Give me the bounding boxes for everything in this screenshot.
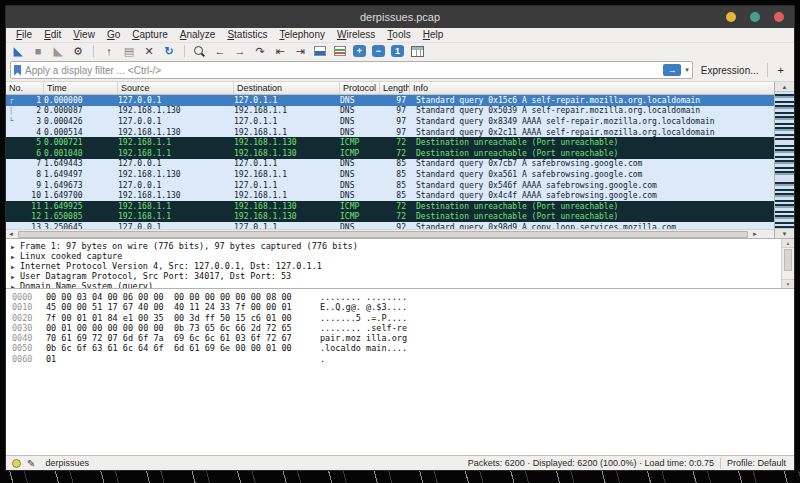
go-forward-icon[interactable]: → [233,45,247,58]
resize-columns-icon[interactable] [411,46,424,57]
expert-info-icon[interactable] [12,459,21,468]
column-header-protocol[interactable]: Protocol [340,82,380,94]
packet-row[interactable]: 81.649497192.168.1.130192.168.1.1DNS85St… [6,169,774,180]
details-scroll-up-icon[interactable]: ▲ [782,239,794,248]
toolbar-separator [93,45,94,57]
open-file-icon[interactable]: ↑ [102,45,116,58]
hex-row[interactable]: 001045 00 00 51 17 67 40 00 40 11 24 33 … [12,302,794,312]
find-packet-icon[interactable] [193,45,207,58]
packet-row[interactable]: 50.000721192.168.1.1192.168.1.130ICMP72D… [6,137,774,148]
hex-row[interactable]: 004070 61 69 72 07 6d 6f 7a 69 6c 6c 61 … [12,333,794,343]
column-header-length[interactable]: Length [380,82,410,94]
expander-icon[interactable]: ▶ [11,243,20,250]
go-first-packet-icon[interactable]: ⇤ [273,45,287,58]
details-scroll-down-icon[interactable]: ▼ [782,279,794,288]
packet-row[interactable]: 40.000514192.168.1.130192.168.1.1DNS97St… [6,127,774,138]
filter-dropdown-caret-icon[interactable]: ▾ [685,66,689,74]
display-filter-input[interactable] [25,65,659,76]
reload-file-icon[interactable]: ↻ [162,45,176,58]
packet-row[interactable]: ┆20.000087192.168.1.130192.168.1.1DNS97S… [6,106,774,117]
window-title: derpissues.pcap [6,11,794,23]
go-back-icon[interactable]: ← [213,45,227,58]
column-header-source[interactable]: Source [118,82,234,94]
menu-wireless[interactable]: Wireless [331,28,381,42]
hex-row[interactable]: 00500b 6c 6f 63 61 6c 64 6f 6d 61 69 6e … [12,343,794,353]
details-scroll-thumb[interactable] [784,249,792,271]
menu-edit[interactable]: Edit [38,28,67,42]
expander-icon[interactable]: ▶ [11,273,20,280]
hex-row[interactable]: 006001. [12,354,794,364]
column-header-time[interactable]: Time [44,82,118,94]
title-bar[interactable]: derpissues.pcap [6,6,794,28]
save-file-icon[interactable]: ▤ [122,45,136,58]
packet-row[interactable]: 91.649673127.0.0.1127.0.1.1DNS85Standard… [6,180,774,191]
hex-row[interactable]: 00207f 00 01 01 84 e1 00 35 00 3d ff 50 … [12,313,794,323]
display-filter-bar: → ▾ Expression... + [6,59,794,82]
hex-dump-pane[interactable]: 000000 00 03 04 00 06 00 00 00 00 00 00 … [6,289,794,455]
hex-row[interactable]: 003000 01 00 00 00 00 00 00 0b 73 65 6c … [12,323,794,333]
maximize-button[interactable] [750,12,760,22]
close-button[interactable] [774,12,784,22]
go-last-packet-icon[interactable]: ⇥ [293,45,307,58]
scroll-up-icon[interactable]: ▲ [775,82,794,92]
horizontal-scrollbar[interactable]: ◄ ► [6,229,774,238]
horizontal-scroll-thumb[interactable] [18,231,748,238]
detail-dns[interactable]: ▶Domain Name System (query) [11,281,781,288]
edit-comment-icon[interactable]: ✎ [27,458,35,469]
hex-row[interactable]: 000000 00 03 04 00 06 00 00 00 00 00 00 … [12,292,794,302]
packet-row[interactable]: 71.649443127.0.0.1127.0.1.1DNS85Standard… [6,159,774,170]
packet-row[interactable]: 111.649925192.168.1.1192.168.1.130ICMP72… [6,201,774,212]
packet-row[interactable]: 121.650085192.168.1.1192.168.1.130ICMP72… [6,212,774,223]
menu-analyze[interactable]: Analyze [174,28,222,42]
packet-row[interactable]: ┌10.000000127.0.0.1127.0.1.1DNS97Standar… [6,95,774,106]
zoom-in-icon[interactable]: + [353,45,366,57]
packet-row[interactable]: 60.001040192.168.1.1192.168.1.130ICMP72D… [6,148,774,159]
colorize-packets-icon[interactable] [314,46,326,56]
detail-ipv4[interactable]: ▶Internet Protocol Version 4, Src: 127.0… [11,261,781,271]
details-scrollbar[interactable]: ▲ ▼ [781,239,794,288]
menu-tools[interactable]: Tools [381,28,416,42]
profile-indicator[interactable]: Profile: Default [727,458,788,468]
column-header-no[interactable]: No. [6,82,44,94]
packet-row[interactable]: 133.250645127.0.0.1127.0.1.1DNS92Standar… [6,222,774,229]
expander-icon[interactable]: ▶ [11,263,20,270]
expander-icon[interactable]: ▶ [11,253,20,260]
menu-capture[interactable]: Capture [126,28,174,42]
menu-statistics[interactable]: Statistics [221,28,273,42]
column-header-info[interactable]: Info [410,82,774,94]
add-filter-button[interactable]: + [772,64,790,76]
intelligent-scrollbar-minimap[interactable] [775,92,794,228]
scroll-down-icon[interactable]: ▼ [775,228,794,238]
apply-filter-button[interactable]: → [663,64,681,76]
stop-capture-icon[interactable]: ■ [31,45,45,58]
capture-options-icon[interactable]: ⚙ [71,45,85,58]
zoom-original-icon[interactable]: 1 [391,45,404,57]
filter-bookmark-icon[interactable] [14,65,21,76]
expander-icon[interactable]: ▶ [11,283,20,289]
menu-help[interactable]: Help [417,28,450,42]
menu-telephony[interactable]: Telephony [273,28,331,42]
zoom-out-icon[interactable]: − [372,45,385,57]
scroll-right-icon[interactable]: ► [750,231,760,237]
packet-details-pane: ▶Frame 1: 97 bytes on wire (776 bits), 9… [6,239,794,289]
start-capture-icon[interactable]: ◣ [11,45,25,58]
detail-linux-cooked[interactable]: ▶Linux cooked capture [11,251,781,261]
menu-go[interactable]: Go [101,28,126,42]
minimize-button[interactable] [726,12,736,22]
detail-frame[interactable]: ▶Frame 1: 97 bytes on wire (776 bits), 9… [11,241,781,251]
coloring-rules-icon[interactable] [334,46,346,56]
menu-file[interactable]: File [10,28,38,42]
vertical-scrollbar[interactable]: ▲ ▼ [774,82,794,238]
scroll-left-icon[interactable]: ◄ [6,231,16,237]
column-header-destination[interactable]: Destination [234,82,340,94]
go-to-packet-icon[interactable]: ↷ [253,45,267,58]
detail-udp[interactable]: ▶User Datagram Protocol, Src Port: 34017… [11,271,781,281]
expression-button[interactable]: Expression... [697,65,763,76]
toolbar-separator [184,45,185,57]
packet-list-header: No. Time Source Destination Protocol Len… [6,82,774,95]
restart-capture-icon[interactable]: ◣ [51,45,65,58]
packet-row[interactable]: 101.649700192.168.1.130192.168.1.1DNS85S… [6,190,774,201]
menu-view[interactable]: View [67,28,101,42]
close-file-icon[interactable]: ✕ [142,45,156,58]
packet-row[interactable]: └30.000426127.0.0.1127.0.1.1DNS97Standar… [6,116,774,127]
